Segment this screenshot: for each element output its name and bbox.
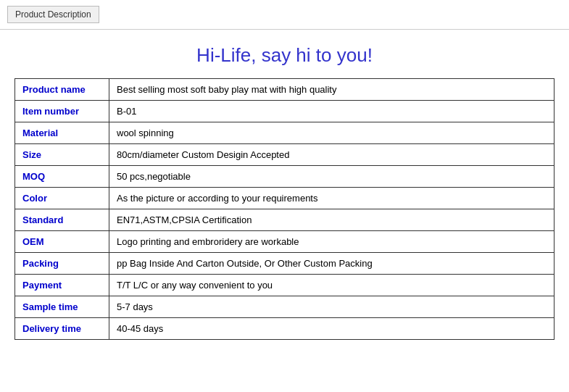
row-label-9: Payment xyxy=(15,275,109,296)
table-row: Item numberB-01 xyxy=(15,101,555,122)
row-label-5: Color xyxy=(15,188,109,209)
table-row: ColorAs the picture or according to your… xyxy=(15,188,555,209)
row-value-8: pp Bag Inside And Carton Outside, Or Oth… xyxy=(109,253,555,275)
row-value-4: 50 pcs,negotiable xyxy=(109,166,555,188)
row-label-2: Material xyxy=(15,122,109,144)
row-value-2: wool spinning xyxy=(109,122,555,144)
row-label-1: Item number xyxy=(15,101,109,122)
row-value-0: Best selling most soft baby play mat wit… xyxy=(109,79,555,101)
table-row: Product nameBest selling most soft baby … xyxy=(15,79,555,101)
table-row: Delivery time40-45 days xyxy=(15,318,555,340)
page-content: Hi-Life, say hi to you! Product nameBest… xyxy=(0,30,569,354)
row-label-4: MOQ xyxy=(15,166,109,188)
product-table: Product nameBest selling most soft baby … xyxy=(14,78,555,340)
table-row: OEMLogo printing and embroridery are wor… xyxy=(15,231,555,253)
row-label-11: Delivery time xyxy=(15,318,109,340)
table-row: Sample time5-7 days xyxy=(15,296,555,318)
table-row: MOQ50 pcs,negotiable xyxy=(15,166,555,188)
row-value-3: 80cm/diameter Custom Desigin Accepted xyxy=(109,144,555,166)
tab-bar: Product Description xyxy=(0,0,569,30)
table-row: StandardEN71,ASTM,CPSIA Certification xyxy=(15,209,555,231)
page-title: Hi-Life, say hi to you! xyxy=(14,44,555,67)
row-value-6: EN71,ASTM,CPSIA Certification xyxy=(109,209,555,231)
row-value-9: T/T L/C or any way convenient to you xyxy=(109,275,555,296)
row-value-1: B-01 xyxy=(109,101,555,122)
product-description-tab[interactable]: Product Description xyxy=(7,6,99,23)
row-label-0: Product name xyxy=(15,79,109,101)
row-value-7: Logo printing and embroridery are workab… xyxy=(109,231,555,253)
row-value-5: As the picture or according to your requ… xyxy=(109,188,555,209)
row-label-3: Size xyxy=(15,144,109,166)
row-label-7: OEM xyxy=(15,231,109,253)
row-label-8: Packing xyxy=(15,253,109,275)
table-row: Materialwool spinning xyxy=(15,122,555,144)
table-row: PaymentT/T L/C or any way convenient to … xyxy=(15,275,555,296)
row-label-6: Standard xyxy=(15,209,109,231)
row-value-10: 5-7 days xyxy=(109,296,555,318)
row-label-10: Sample time xyxy=(15,296,109,318)
row-value-11: 40-45 days xyxy=(109,318,555,340)
table-row: Packingpp Bag Inside And Carton Outside,… xyxy=(15,253,555,275)
table-row: Size80cm/diameter Custom Desigin Accepte… xyxy=(15,144,555,166)
